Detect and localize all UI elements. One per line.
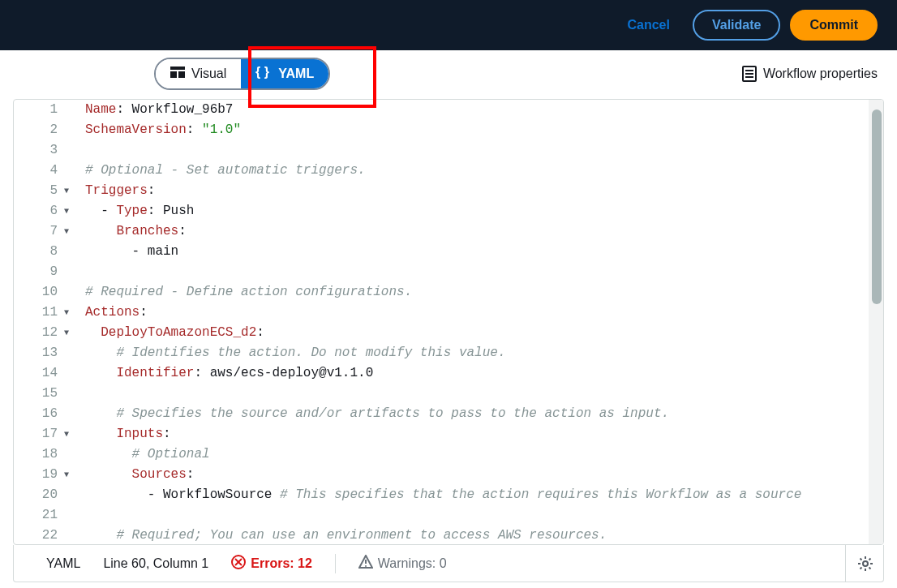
gutter-line: 10 <box>14 282 69 303</box>
gutter-line: 11▼ <box>14 303 69 323</box>
gutter-line: 20 <box>14 485 69 505</box>
fold-toggle[interactable]: ▼ <box>61 465 69 485</box>
code-line[interactable] <box>85 384 883 404</box>
code-line[interactable]: - main <box>85 242 883 262</box>
code-line[interactable]: Name: Workflow_96b7 <box>85 100 883 120</box>
gutter-line: 19▼ <box>14 465 69 485</box>
code-area[interactable]: Name: Workflow_96b7SchemaVersion: "1.0"#… <box>75 100 883 544</box>
status-warnings[interactable]: Warnings: 0 <box>358 555 447 573</box>
svg-rect-0 <box>170 67 185 70</box>
svg-point-9 <box>365 565 367 567</box>
code-line[interactable]: Sources: <box>85 465 883 485</box>
gutter-line: 17▼ <box>14 424 69 444</box>
commit-button[interactable]: Commit <box>790 10 878 41</box>
error-icon <box>231 555 246 573</box>
scrollbar-track[interactable] <box>869 100 883 544</box>
svg-point-10 <box>863 561 868 566</box>
status-divider <box>335 554 336 573</box>
visual-tab-label: Visual <box>191 67 226 81</box>
svg-rect-1 <box>170 71 177 78</box>
code-line[interactable]: - Type: Push <box>85 201 883 221</box>
gutter-line: 12▼ <box>14 323 69 343</box>
svg-text:{ }: { } <box>255 66 269 79</box>
code-line[interactable] <box>85 140 883 161</box>
top-bar: Cancel Validate Commit <box>0 0 897 50</box>
status-errors-label: Errors: 12 <box>251 556 312 571</box>
gutter-line: 18 <box>14 444 69 465</box>
warning-icon <box>358 555 373 573</box>
fold-toggle[interactable]: ▼ <box>61 323 69 343</box>
view-toggle: Visual { } YAML <box>154 58 330 90</box>
code-line[interactable]: Branches: <box>85 221 883 242</box>
gutter-line: 6▼ <box>14 201 69 221</box>
yaml-tab[interactable]: { } YAML <box>241 59 328 88</box>
braces-icon: { } <box>255 66 272 82</box>
line-gutter: 12345▼6▼7▼891011▼12▼1314151617▼1819▼2021… <box>14 100 75 544</box>
workflow-properties-button[interactable]: Workflow properties <box>742 66 878 82</box>
code-line[interactable]: Identifier: aws/ecs-deploy@v1.1.0 <box>85 363 883 384</box>
yaml-tab-label: YAML <box>278 67 314 81</box>
code-line[interactable]: Triggers: <box>85 181 883 201</box>
gutter-line: 15 <box>14 384 69 404</box>
code-line[interactable]: # Required - Define action configuration… <box>85 282 883 303</box>
code-editor[interactable]: 12345▼6▼7▼891011▼12▼1314151617▼1819▼2021… <box>13 99 884 545</box>
gutter-line: 1 <box>14 100 69 120</box>
status-mode: YAML <box>46 556 80 571</box>
fold-toggle[interactable]: ▼ <box>61 201 69 221</box>
visual-tab[interactable]: Visual <box>156 59 241 88</box>
gutter-line: 21 <box>14 505 69 526</box>
properties-icon <box>742 66 757 82</box>
gutter-line: 7▼ <box>14 221 69 242</box>
gutter-line: 9 <box>14 262 69 282</box>
gear-icon <box>857 556 873 572</box>
gutter-line: 2 <box>14 120 69 140</box>
layout-icon <box>170 67 185 81</box>
code-line[interactable]: - WorkflowSource # This specifies that t… <box>85 485 883 505</box>
gutter-line: 22 <box>14 526 69 544</box>
gutter-line: 13 <box>14 343 69 363</box>
code-line[interactable]: # Specifies the source and/or artifacts … <box>85 404 883 424</box>
gutter-line: 14 <box>14 363 69 384</box>
cancel-button[interactable]: Cancel <box>614 11 682 39</box>
status-cursor-position: Line 60, Column 1 <box>103 556 208 571</box>
editor-toolbar: Visual { } YAML Workflow properties <box>0 50 897 97</box>
fold-toggle[interactable]: ▼ <box>61 303 69 323</box>
gutter-line: 5▼ <box>14 181 69 201</box>
code-line[interactable]: # Optional - Set automatic triggers. <box>85 161 883 181</box>
code-line[interactable]: Actions: <box>85 303 883 323</box>
gutter-line: 8 <box>14 242 69 262</box>
fold-toggle[interactable]: ▼ <box>61 221 69 242</box>
code-line[interactable]: # Identifies the action. Do not modify t… <box>85 343 883 363</box>
fold-toggle[interactable]: ▼ <box>61 181 69 201</box>
scrollbar-thumb[interactable] <box>872 109 882 304</box>
code-line[interactable]: DeployToAmazonECS_d2: <box>85 323 883 343</box>
status-settings-button[interactable] <box>845 545 873 582</box>
gutter-line: 16 <box>14 404 69 424</box>
code-line[interactable] <box>85 262 883 282</box>
code-line[interactable] <box>85 505 883 526</box>
gutter-line: 4 <box>14 161 69 181</box>
status-bar: YAML Line 60, Column 1 Errors: 12 Warnin… <box>13 545 884 582</box>
status-warnings-label: Warnings: 0 <box>378 556 447 571</box>
workflow-properties-label: Workflow properties <box>763 67 878 81</box>
code-line[interactable]: # Optional <box>85 444 883 465</box>
validate-button[interactable]: Validate <box>693 10 780 41</box>
code-line[interactable]: SchemaVersion: "1.0" <box>85 120 883 140</box>
status-errors[interactable]: Errors: 12 <box>231 555 312 573</box>
code-line[interactable]: Inputs: <box>85 424 883 444</box>
code-line[interactable]: # Required; You can use an environment t… <box>85 526 883 544</box>
fold-toggle[interactable]: ▼ <box>61 424 69 444</box>
svg-rect-2 <box>178 71 185 78</box>
gutter-line: 3 <box>14 140 69 161</box>
